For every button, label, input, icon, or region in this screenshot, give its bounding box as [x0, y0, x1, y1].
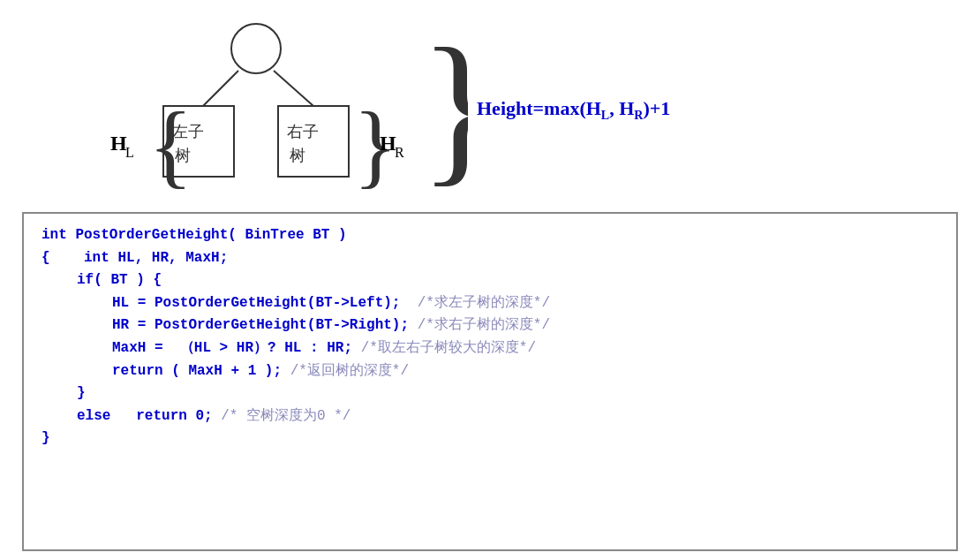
svg-line-2: [274, 71, 313, 106]
code-text-5: HR = PostOrderGetHeight(BT->Right);: [112, 314, 409, 337]
code-text-9: [110, 405, 136, 428]
code-line-5: HR = PostOrderGetHeight(BT->Right); /*求右…: [41, 314, 939, 337]
left-subtree-text2: 树: [175, 147, 191, 164]
big-brace-svg: }: [415, 22, 468, 199]
formula-sub-r: R: [634, 110, 643, 123]
code-line-3: if ( BT ) {: [41, 269, 939, 292]
hr-subscript: R: [395, 145, 404, 160]
formula-end: )+1: [643, 97, 670, 119]
code-text-4: HL = PostOrderGetHeight(BT->Left);: [112, 292, 400, 315]
keyword-else: else: [77, 405, 110, 428]
keyword-int2: int: [84, 247, 109, 270]
keyword-return: return: [112, 360, 163, 383]
tree-svg: { } H L H R 左子 树 右子 树: [71, 18, 441, 203]
code-line-9: else return 0; /* 空树深度为0 */: [41, 405, 939, 428]
code-line-10: }: [41, 428, 939, 450]
code-text-8: }: [77, 382, 86, 405]
code-line-6: MaxH = （HL > HR）? HL : HR; /*取左右子树较大的深度*…: [41, 337, 939, 360]
code-text-2: {: [41, 247, 84, 270]
left-brace-char: {: [148, 94, 192, 197]
code-text-7: ( MaxH + 1 );: [163, 360, 282, 383]
formula-sub-l: L: [601, 110, 609, 123]
svg-text:}: }: [419, 22, 468, 199]
height-formula: Height=max(HL, HR)+1: [477, 97, 670, 123]
comment-6: /*取左右子树较大的深度*/: [352, 337, 536, 360]
code-text-6: MaxH = （HL > HR）? HL : HR;: [112, 337, 352, 360]
svg-point-0: [231, 24, 281, 73]
code-line-7: return ( MaxH + 1 ); /*返回树的深度*/: [41, 360, 939, 383]
keyword-int: int: [41, 224, 67, 247]
keyword-return2: return: [136, 405, 187, 428]
code-text-10: }: [41, 428, 50, 450]
page: { } H L H R 左子 树 右子 树: [0, 0, 980, 560]
code-text-1: PostOrderGetHeight( BinTree BT ): [67, 224, 347, 247]
code-section: int PostOrderGetHeight( BinTree BT ) { i…: [22, 212, 958, 551]
diagram-section: { } H L H R 左子 树 右子 树: [18, 9, 962, 212]
formula-group: } Height=max(HL, HR)+1: [415, 22, 670, 199]
comment-5: /*求右子树的深度*/: [409, 314, 550, 337]
comment-7: /*返回树的深度*/: [282, 360, 409, 383]
hl-subscript: L: [125, 145, 134, 160]
tree-diagram: { } H L H R 左子 树 右子 树: [71, 18, 441, 203]
code-text-9b: 0;: [187, 405, 213, 428]
comment-4: /*求左子树的深度*/: [400, 292, 550, 315]
formula-text: Height=max(H: [477, 97, 601, 119]
right-subtree-text2: 树: [290, 147, 305, 164]
code-line-8: }: [41, 382, 939, 405]
code-text-2b: HL, HR, MaxH;: [109, 247, 228, 270]
keyword-if: if: [77, 269, 94, 292]
svg-rect-4: [278, 106, 349, 177]
svg-line-1: [203, 71, 238, 106]
code-line-1: int PostOrderGetHeight( BinTree BT ): [41, 224, 939, 247]
code-text-3: ( BT ) {: [94, 269, 162, 292]
code-line-2: { int HL, HR, MaxH;: [41, 247, 939, 270]
left-subtree-text: 左子: [172, 123, 204, 140]
right-subtree-text: 右子: [287, 123, 319, 140]
comment-9: /* 空树深度为0 */: [213, 405, 351, 428]
code-line-4: HL = PostOrderGetHeight(BT->Left); /*求左子…: [41, 292, 939, 315]
formula-mid: , H: [609, 97, 634, 119]
